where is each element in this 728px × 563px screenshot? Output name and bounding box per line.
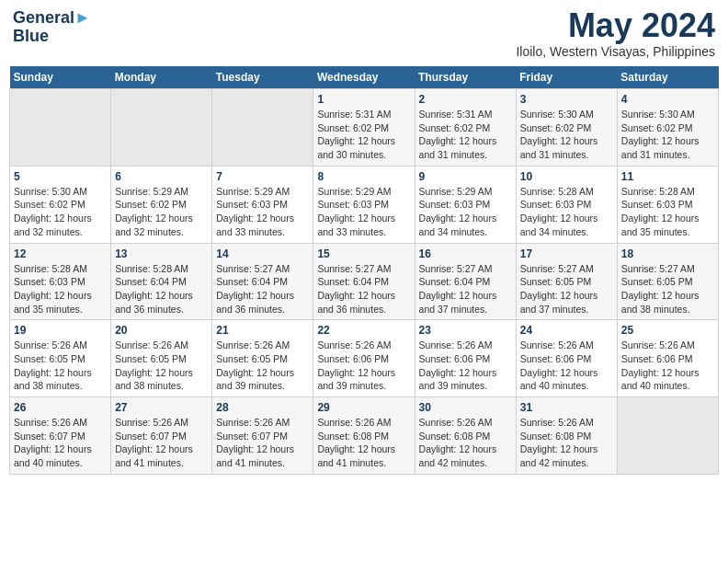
day-cell: 19Sunrise: 5:26 AMSunset: 6:05 PMDayligh… xyxy=(10,320,111,397)
day-number: 3 xyxy=(520,93,613,106)
day-cell: 24Sunrise: 5:26 AMSunset: 6:06 PMDayligh… xyxy=(516,320,617,397)
day-cell xyxy=(10,89,111,167)
day-number: 7 xyxy=(216,170,309,183)
day-info: Sunrise: 5:30 AMSunset: 6:02 PMDaylight:… xyxy=(520,108,613,162)
day-number: 28 xyxy=(216,401,309,414)
day-info: Sunrise: 5:31 AMSunset: 6:02 PMDaylight:… xyxy=(317,108,410,162)
day-cell: 1Sunrise: 5:31 AMSunset: 6:02 PMDaylight… xyxy=(313,89,415,167)
week-row-2: 5Sunrise: 5:30 AMSunset: 6:02 PMDaylight… xyxy=(10,166,719,243)
page-header: General►Blue May 2024 Iloilo, Western Vi… xyxy=(9,9,719,59)
day-cell: 28Sunrise: 5:26 AMSunset: 6:07 PMDayligh… xyxy=(212,397,313,475)
day-number: 14 xyxy=(216,247,309,260)
day-number: 25 xyxy=(621,324,714,337)
day-number: 1 xyxy=(317,93,410,106)
day-cell: 16Sunrise: 5:27 AMSunset: 6:04 PMDayligh… xyxy=(415,243,516,320)
day-number: 19 xyxy=(14,324,107,337)
weekday-header-row: SundayMondayTuesdayWednesdayThursdayFrid… xyxy=(10,66,719,89)
day-info: Sunrise: 5:27 AMSunset: 6:04 PMDaylight:… xyxy=(317,262,410,316)
day-number: 21 xyxy=(216,324,309,337)
week-row-3: 12Sunrise: 5:28 AMSunset: 6:03 PMDayligh… xyxy=(10,243,719,320)
day-number: 6 xyxy=(115,170,208,183)
day-cell: 7Sunrise: 5:29 AMSunset: 6:03 PMDaylight… xyxy=(212,166,313,243)
day-number: 27 xyxy=(115,401,208,414)
day-number: 22 xyxy=(317,324,410,337)
day-number: 30 xyxy=(419,401,512,414)
day-number: 31 xyxy=(520,401,613,414)
day-cell: 27Sunrise: 5:26 AMSunset: 6:07 PMDayligh… xyxy=(111,397,212,475)
day-cell: 25Sunrise: 5:26 AMSunset: 6:06 PMDayligh… xyxy=(617,320,718,397)
weekday-header-sunday: Sunday xyxy=(10,66,111,89)
day-number: 5 xyxy=(14,170,107,183)
day-info: Sunrise: 5:26 AMSunset: 6:06 PMDaylight:… xyxy=(520,339,613,393)
weekday-header-monday: Monday xyxy=(111,66,212,89)
day-number: 2 xyxy=(419,93,512,106)
month-title: May 2024 xyxy=(516,9,715,42)
day-number: 15 xyxy=(317,247,410,260)
day-info: Sunrise: 5:28 AMSunset: 6:03 PMDaylight:… xyxy=(14,262,107,316)
day-info: Sunrise: 5:26 AMSunset: 6:06 PMDaylight:… xyxy=(317,339,410,393)
day-number: 23 xyxy=(419,324,512,337)
location-title: Iloilo, Western Visayas, Philippines xyxy=(516,44,715,59)
day-info: Sunrise: 5:26 AMSunset: 6:08 PMDaylight:… xyxy=(520,416,613,470)
day-info: Sunrise: 5:27 AMSunset: 6:04 PMDaylight:… xyxy=(419,262,512,316)
day-info: Sunrise: 5:30 AMSunset: 6:02 PMDaylight:… xyxy=(621,108,714,162)
day-cell: 13Sunrise: 5:28 AMSunset: 6:04 PMDayligh… xyxy=(111,243,212,320)
day-info: Sunrise: 5:29 AMSunset: 6:03 PMDaylight:… xyxy=(317,185,410,239)
day-cell xyxy=(212,89,313,167)
day-cell: 5Sunrise: 5:30 AMSunset: 6:02 PMDaylight… xyxy=(10,166,111,243)
day-info: Sunrise: 5:26 AMSunset: 6:06 PMDaylight:… xyxy=(621,339,714,393)
day-info: Sunrise: 5:29 AMSunset: 6:03 PMDaylight:… xyxy=(419,185,512,239)
day-cell: 18Sunrise: 5:27 AMSunset: 6:05 PMDayligh… xyxy=(617,243,718,320)
day-cell: 20Sunrise: 5:26 AMSunset: 6:05 PMDayligh… xyxy=(111,320,212,397)
day-info: Sunrise: 5:28 AMSunset: 6:03 PMDaylight:… xyxy=(520,185,613,239)
calendar-table: SundayMondayTuesdayWednesdayThursdayFrid… xyxy=(9,66,719,475)
day-number: 12 xyxy=(14,247,107,260)
weekday-header-thursday: Thursday xyxy=(415,66,516,89)
day-cell: 6Sunrise: 5:29 AMSunset: 6:02 PMDaylight… xyxy=(111,166,212,243)
title-section: May 2024 Iloilo, Western Visayas, Philip… xyxy=(516,9,715,59)
day-info: Sunrise: 5:26 AMSunset: 6:05 PMDaylight:… xyxy=(14,339,107,393)
day-number: 8 xyxy=(317,170,410,183)
day-info: Sunrise: 5:29 AMSunset: 6:03 PMDaylight:… xyxy=(216,185,309,239)
day-info: Sunrise: 5:31 AMSunset: 6:02 PMDaylight:… xyxy=(419,108,512,162)
day-cell: 4Sunrise: 5:30 AMSunset: 6:02 PMDaylight… xyxy=(617,89,718,167)
logo: General►Blue xyxy=(13,9,91,46)
day-number: 18 xyxy=(621,247,714,260)
day-cell: 30Sunrise: 5:26 AMSunset: 6:08 PMDayligh… xyxy=(415,397,516,475)
day-info: Sunrise: 5:26 AMSunset: 6:06 PMDaylight:… xyxy=(419,339,512,393)
day-info: Sunrise: 5:26 AMSunset: 6:07 PMDaylight:… xyxy=(14,416,107,470)
day-cell: 8Sunrise: 5:29 AMSunset: 6:03 PMDaylight… xyxy=(313,166,415,243)
day-info: Sunrise: 5:27 AMSunset: 6:04 PMDaylight:… xyxy=(216,262,309,316)
day-number: 11 xyxy=(621,170,714,183)
day-info: Sunrise: 5:30 AMSunset: 6:02 PMDaylight:… xyxy=(14,185,107,239)
day-cell: 11Sunrise: 5:28 AMSunset: 6:03 PMDayligh… xyxy=(617,166,718,243)
day-number: 13 xyxy=(115,247,208,260)
weekday-header-tuesday: Tuesday xyxy=(212,66,313,89)
weekday-header-friday: Friday xyxy=(516,66,617,89)
day-number: 17 xyxy=(520,247,613,260)
day-number: 4 xyxy=(621,93,714,106)
day-info: Sunrise: 5:26 AMSunset: 6:07 PMDaylight:… xyxy=(115,416,208,470)
day-info: Sunrise: 5:26 AMSunset: 6:05 PMDaylight:… xyxy=(115,339,208,393)
day-cell: 3Sunrise: 5:30 AMSunset: 6:02 PMDaylight… xyxy=(516,89,617,167)
day-number: 26 xyxy=(14,401,107,414)
day-cell xyxy=(617,397,718,475)
week-row-4: 19Sunrise: 5:26 AMSunset: 6:05 PMDayligh… xyxy=(10,320,719,397)
day-cell: 22Sunrise: 5:26 AMSunset: 6:06 PMDayligh… xyxy=(313,320,415,397)
day-number: 16 xyxy=(419,247,512,260)
day-info: Sunrise: 5:28 AMSunset: 6:04 PMDaylight:… xyxy=(115,262,208,316)
day-number: 29 xyxy=(317,401,410,414)
day-cell: 9Sunrise: 5:29 AMSunset: 6:03 PMDaylight… xyxy=(415,166,516,243)
day-cell: 31Sunrise: 5:26 AMSunset: 6:08 PMDayligh… xyxy=(516,397,617,475)
day-info: Sunrise: 5:27 AMSunset: 6:05 PMDaylight:… xyxy=(621,262,714,316)
day-cell: 23Sunrise: 5:26 AMSunset: 6:06 PMDayligh… xyxy=(415,320,516,397)
day-number: 24 xyxy=(520,324,613,337)
day-cell: 10Sunrise: 5:28 AMSunset: 6:03 PMDayligh… xyxy=(516,166,617,243)
day-cell: 12Sunrise: 5:28 AMSunset: 6:03 PMDayligh… xyxy=(10,243,111,320)
day-cell: 29Sunrise: 5:26 AMSunset: 6:08 PMDayligh… xyxy=(313,397,415,475)
day-cell: 26Sunrise: 5:26 AMSunset: 6:07 PMDayligh… xyxy=(10,397,111,475)
day-info: Sunrise: 5:26 AMSunset: 6:07 PMDaylight:… xyxy=(216,416,309,470)
day-cell: 17Sunrise: 5:27 AMSunset: 6:05 PMDayligh… xyxy=(516,243,617,320)
day-info: Sunrise: 5:26 AMSunset: 6:05 PMDaylight:… xyxy=(216,339,309,393)
weekday-header-wednesday: Wednesday xyxy=(313,66,415,89)
